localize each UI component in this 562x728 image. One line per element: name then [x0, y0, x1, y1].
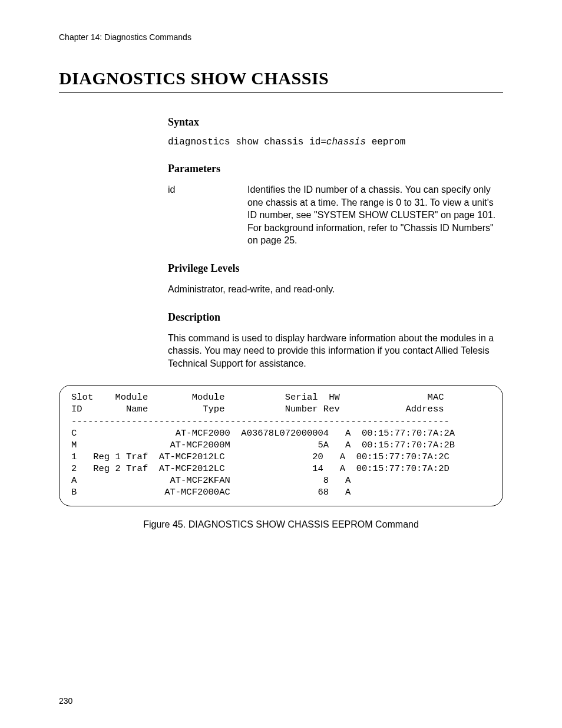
command-output-box: Slot Module Module Serial HW MAC ID Name…: [59, 385, 503, 506]
parameter-description: Identifies the ID number of a chassis. Y…: [247, 183, 503, 247]
page-title: DIAGNOSTICS SHOW CHASSIS: [59, 68, 503, 88]
figure-caption: Figure 45. DIAGNOSTICS SHOW CHASSIS EEPR…: [59, 519, 503, 530]
page: Chapter 14: Diagnostics Commands DIAGNOS…: [0, 0, 562, 728]
syntax-suffix: eeprom: [366, 137, 405, 147]
title-rule: [59, 92, 503, 93]
description-text: This command is used to display hardware…: [168, 332, 503, 370]
content-column: Syntax diagnostics show chassis id=chass…: [168, 116, 503, 370]
section-heading-privilege: Privilege Levels: [168, 262, 503, 275]
syntax-command: diagnostics show chassis id=chassis eepr…: [168, 137, 503, 147]
privilege-text: Administrator, read-write, and read-only…: [168, 283, 503, 296]
page-number: 230: [59, 696, 72, 706]
syntax-prefix: diagnostics show chassis id=: [168, 137, 326, 147]
parameter-row: id Identifies the ID number of a chassis…: [168, 183, 503, 247]
syntax-variable: chassis: [326, 137, 366, 147]
section-heading-syntax: Syntax: [168, 116, 503, 129]
chapter-header: Chapter 14: Diagnostics Commands: [59, 32, 503, 42]
parameter-name: id: [168, 183, 247, 247]
section-heading-parameters: Parameters: [168, 163, 503, 175]
section-heading-description: Description: [168, 311, 503, 324]
